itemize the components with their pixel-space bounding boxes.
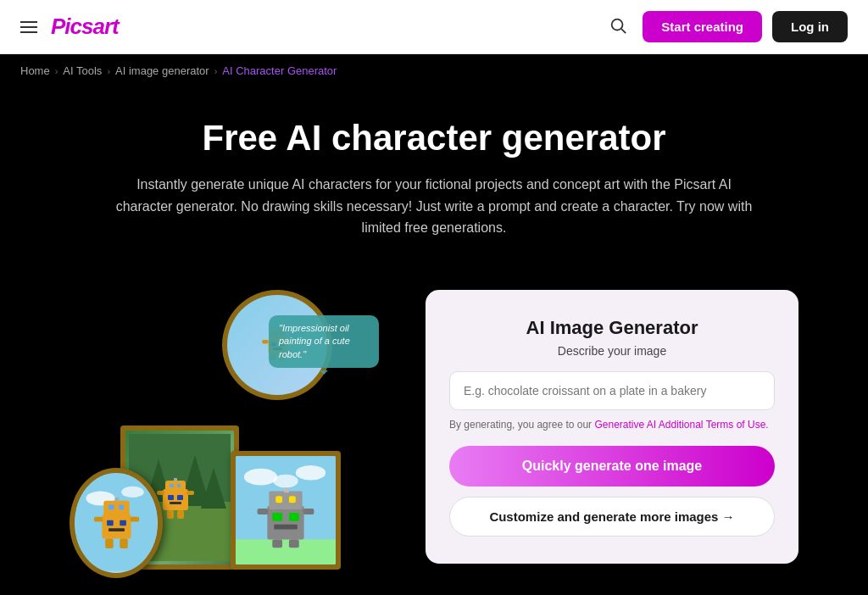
svg-rect-60 [130, 517, 138, 522]
svg-rect-27 [157, 491, 164, 495]
svg-rect-21 [177, 495, 183, 500]
svg-rect-57 [119, 505, 124, 510]
svg-rect-59 [93, 517, 102, 522]
terms-prefix: By generating, you agree to our [449, 419, 594, 431]
svg-rect-56 [108, 505, 114, 510]
svg-rect-25 [177, 484, 181, 487]
hamburger-menu[interactable] [20, 21, 37, 33]
hero-title: Free AI character generator [34, 118, 834, 158]
robot-square [236, 456, 336, 564]
svg-rect-58 [114, 498, 119, 502]
svg-point-32 [244, 469, 277, 486]
svg-rect-53 [120, 520, 126, 526]
start-creating-button[interactable]: Start creating [643, 11, 762, 42]
robot-images-section: "Impressionist oil painting of a cute ro… [70, 290, 392, 578]
svg-rect-39 [274, 524, 298, 529]
svg-rect-19 [163, 489, 188, 510]
svg-point-34 [273, 474, 298, 487]
svg-point-0 [612, 19, 623, 31]
svg-rect-51 [102, 514, 131, 539]
breadcrumb-ai-tools[interactable]: AI Tools [63, 64, 102, 77]
customize-label: Customize and generate more images → [489, 509, 734, 524]
svg-rect-28 [186, 491, 194, 495]
nav-right: Start creating Log in [604, 11, 848, 42]
hero-section: Free AI character generator Instantly ge… [0, 87, 868, 273]
breadcrumb-sep-2: › [107, 66, 110, 76]
search-button[interactable] [604, 11, 632, 42]
svg-line-1 [621, 29, 626, 33]
generator-card: AI Image Generator Describe your image B… [426, 290, 798, 564]
prompt-input[interactable] [449, 371, 775, 410]
generator-title: AI Image Generator [449, 317, 775, 339]
svg-rect-35 [236, 539, 336, 564]
svg-rect-52 [107, 520, 114, 526]
svg-rect-45 [303, 509, 314, 514]
svg-rect-37 [272, 513, 282, 521]
terms-link[interactable]: Generative AI Additional Terms of Use. [594, 419, 768, 431]
svg-rect-24 [170, 484, 174, 487]
customize-button[interactable]: Customize and generate more images → [449, 497, 775, 537]
svg-rect-20 [168, 495, 174, 500]
navbar: Picsart Start creating Log in [0, 0, 868, 54]
robot-oval [76, 474, 157, 571]
generate-button[interactable]: Quickly generate one image [449, 446, 775, 487]
svg-rect-29 [167, 510, 174, 519]
terms-text: By generating, you agree to our Generati… [449, 419, 775, 431]
svg-rect-38 [289, 513, 299, 521]
svg-point-33 [296, 465, 326, 481]
svg-rect-26 [174, 478, 177, 481]
generator-subtitle: Describe your image [449, 344, 775, 358]
svg-rect-30 [177, 510, 184, 519]
speech-bubble: "Impressionist oil painting of a cute ro… [269, 315, 379, 368]
hero-description: Instantly generate unique AI characters … [112, 174, 756, 239]
svg-rect-22 [170, 502, 181, 504]
frame-square-inner [236, 456, 336, 564]
breadcrumb-current: AI Character Generator [222, 64, 337, 77]
svg-rect-46 [272, 539, 282, 548]
breadcrumb-ai-image-generator[interactable]: AI image generator [115, 64, 209, 77]
svg-rect-44 [258, 509, 269, 514]
breadcrumb-sep-3: › [214, 66, 218, 76]
svg-rect-62 [120, 539, 128, 548]
login-button[interactable]: Log in [772, 11, 848, 42]
svg-rect-40 [269, 491, 302, 509]
svg-rect-36 [267, 506, 303, 539]
breadcrumb: Home › AI Tools › AI image generator › A… [0, 54, 868, 87]
svg-rect-41 [275, 496, 282, 503]
breadcrumb-sep-1: › [55, 66, 58, 76]
breadcrumb-home[interactable]: Home [20, 64, 50, 77]
search-icon [609, 16, 627, 35]
logo[interactable]: Picsart [51, 14, 119, 40]
frame-oval-inner [75, 473, 158, 573]
svg-rect-42 [289, 496, 296, 503]
svg-rect-54 [108, 528, 125, 531]
svg-rect-47 [289, 539, 299, 548]
svg-point-50 [121, 487, 144, 498]
frame-square [231, 451, 341, 570]
svg-rect-55 [103, 501, 129, 517]
nav-left: Picsart [20, 14, 119, 40]
frame-oval [70, 468, 163, 578]
svg-rect-10 [262, 340, 268, 344]
svg-rect-61 [105, 539, 114, 548]
svg-rect-43 [284, 487, 289, 492]
svg-rect-23 [165, 481, 186, 492]
main-content: "Impressionist oil painting of a cute ro… [0, 273, 868, 595]
